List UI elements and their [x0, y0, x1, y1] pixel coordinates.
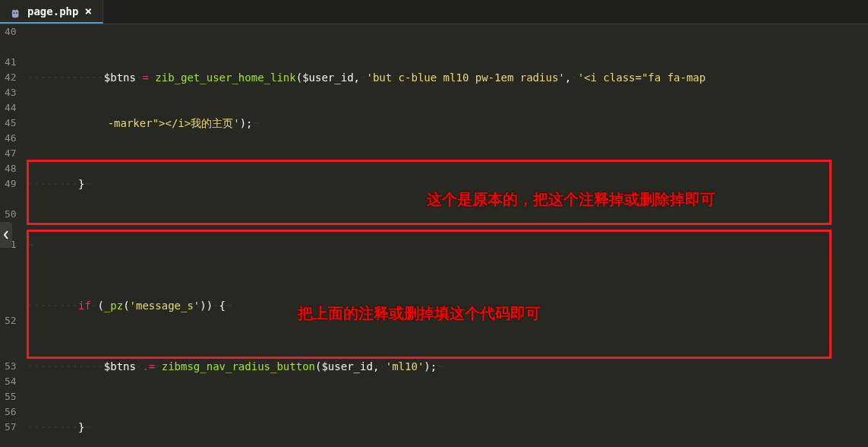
line-number: 40: [5, 24, 17, 40]
line-number: 42: [5, 70, 17, 85]
line-number: 44: [5, 100, 17, 116]
line-number: 47: [5, 146, 17, 161]
line-number: 52: [5, 313, 17, 328]
svg-point-1: [16, 12, 17, 14]
line-number: 50: [5, 207, 17, 222]
annotation-text-1: 这个是原本的，把这个注释掉或删除掉即可: [427, 192, 715, 207]
line-number: 46: [5, 131, 17, 146]
line-number: 48: [5, 161, 17, 176]
line-number: 43: [5, 85, 17, 100]
active-tab[interactable]: page.php ×: [0, 0, 103, 24]
line-number: 45: [5, 116, 17, 131]
line-number: 57: [5, 420, 17, 435]
php-icon: [11, 7, 21, 16]
line-number: 49: [5, 176, 17, 192]
tab-bar: page.php ×: [0, 0, 868, 24]
svg-point-0: [14, 12, 15, 14]
line-number: 41: [5, 55, 17, 70]
annotation-box-1: [27, 160, 832, 225]
sidebar-collapse-handle[interactable]: [0, 222, 12, 248]
line-number: 54: [5, 374, 17, 389]
tab-filename: page.php: [27, 4, 78, 19]
code-content[interactable]: ············$btns·=·zib_get_user_home_li…: [24, 24, 868, 447]
line-number: 56: [5, 404, 17, 420]
line-number: 55: [5, 389, 17, 404]
code-editor: page.php × 40 41 42 43 44 45 46 47 48 49…: [0, 0, 868, 447]
close-icon[interactable]: ×: [84, 4, 92, 19]
line-number: 53: [5, 359, 17, 374]
